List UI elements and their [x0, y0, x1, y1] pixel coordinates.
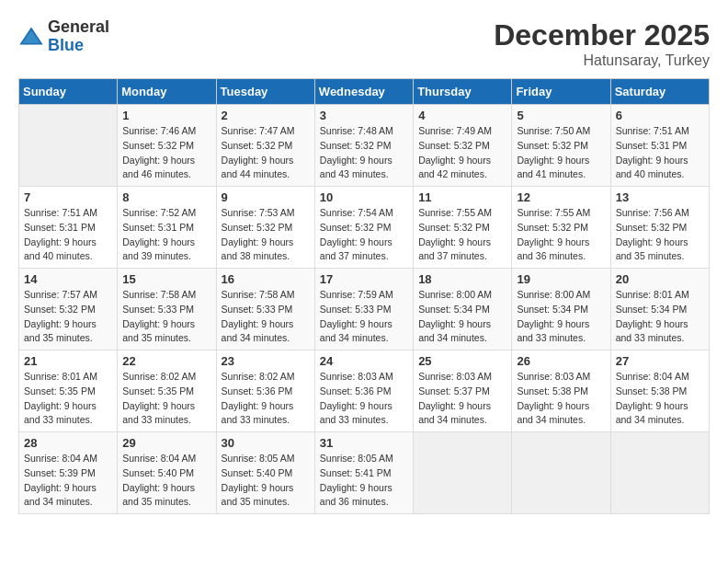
calendar-cell: 14Sunrise: 7:57 AMSunset: 5:32 PMDayligh…	[19, 269, 118, 350]
calendar-table: SundayMondayTuesdayWednesdayThursdayFrid…	[18, 78, 710, 514]
day-number: 21	[24, 354, 112, 368]
day-number: 19	[517, 272, 605, 286]
day-number: 14	[24, 272, 112, 286]
weekday-header: Tuesday	[216, 79, 314, 105]
month-title: December 2025	[494, 18, 710, 52]
calendar-cell: 1Sunrise: 7:46 AMSunset: 5:32 PMDaylight…	[118, 105, 216, 187]
day-number: 1	[122, 109, 210, 122]
calendar-cell	[19, 105, 118, 187]
day-info: Sunrise: 7:57 AMSunset: 5:32 PMDaylight:…	[24, 288, 112, 346]
day-number: 3	[320, 109, 408, 122]
day-number: 25	[418, 354, 506, 368]
day-number: 23	[222, 354, 310, 368]
weekday-header: Thursday	[414, 79, 512, 105]
day-number: 22	[122, 354, 210, 368]
day-info: Sunrise: 8:05 AMSunset: 5:41 PMDaylight:…	[320, 452, 408, 510]
day-info: Sunrise: 8:03 AMSunset: 5:37 PMDaylight:…	[418, 370, 506, 428]
day-number: 18	[418, 272, 506, 286]
day-info: Sunrise: 7:51 AMSunset: 5:31 PMDaylight:…	[24, 206, 112, 264]
weekday-header: Monday	[118, 79, 216, 105]
calendar-cell	[512, 432, 610, 514]
calendar-cell: 22Sunrise: 8:02 AMSunset: 5:35 PMDayligh…	[118, 350, 216, 432]
calendar-cell: 8Sunrise: 7:52 AMSunset: 5:31 PMDaylight…	[118, 187, 216, 269]
day-info: Sunrise: 8:01 AMSunset: 5:34 PMDaylight:…	[616, 288, 704, 346]
calendar-cell: 10Sunrise: 7:54 AMSunset: 5:32 PMDayligh…	[314, 187, 413, 269]
day-number: 2	[222, 109, 310, 122]
calendar-cell: 20Sunrise: 8:01 AMSunset: 5:34 PMDayligh…	[610, 269, 709, 350]
calendar-cell: 4Sunrise: 7:49 AMSunset: 5:32 PMDaylight…	[414, 105, 512, 187]
calendar-cell: 31Sunrise: 8:05 AMSunset: 5:41 PMDayligh…	[314, 432, 413, 514]
day-info: Sunrise: 7:53 AMSunset: 5:32 PMDaylight:…	[222, 206, 310, 264]
calendar-cell: 15Sunrise: 7:58 AMSunset: 5:33 PMDayligh…	[118, 269, 216, 350]
day-info: Sunrise: 8:02 AMSunset: 5:36 PMDaylight:…	[222, 370, 310, 428]
calendar-week-row: 14Sunrise: 7:57 AMSunset: 5:32 PMDayligh…	[19, 269, 710, 350]
calendar-cell: 3Sunrise: 7:48 AMSunset: 5:32 PMDaylight…	[314, 105, 413, 187]
day-number: 13	[616, 190, 704, 204]
day-info: Sunrise: 7:50 AMSunset: 5:32 PMDaylight:…	[517, 124, 605, 182]
calendar-cell: 9Sunrise: 7:53 AMSunset: 5:32 PMDaylight…	[216, 187, 314, 269]
calendar-week-row: 1Sunrise: 7:46 AMSunset: 5:32 PMDaylight…	[19, 105, 710, 187]
day-info: Sunrise: 8:05 AMSunset: 5:40 PMDaylight:…	[222, 452, 310, 510]
calendar-cell	[610, 432, 709, 514]
calendar-cell: 24Sunrise: 8:03 AMSunset: 5:36 PMDayligh…	[314, 350, 413, 432]
calendar-week-row: 21Sunrise: 8:01 AMSunset: 5:35 PMDayligh…	[19, 350, 710, 432]
day-info: Sunrise: 7:52 AMSunset: 5:31 PMDaylight:…	[122, 206, 210, 264]
weekday-header: Sunday	[19, 79, 118, 105]
day-info: Sunrise: 8:00 AMSunset: 5:34 PMDaylight:…	[517, 288, 605, 346]
day-number: 12	[517, 190, 605, 204]
day-info: Sunrise: 7:48 AMSunset: 5:32 PMDaylight:…	[320, 124, 408, 182]
day-number: 29	[122, 436, 210, 450]
day-info: Sunrise: 7:55 AMSunset: 5:32 PMDaylight:…	[517, 206, 605, 264]
calendar-header-row: SundayMondayTuesdayWednesdayThursdayFrid…	[19, 79, 710, 105]
calendar-cell: 17Sunrise: 7:59 AMSunset: 5:33 PMDayligh…	[314, 269, 413, 350]
calendar-cell: 13Sunrise: 7:56 AMSunset: 5:32 PMDayligh…	[610, 187, 709, 269]
day-number: 30	[222, 436, 310, 450]
day-info: Sunrise: 7:59 AMSunset: 5:33 PMDaylight:…	[320, 288, 408, 346]
day-info: Sunrise: 7:47 AMSunset: 5:32 PMDaylight:…	[222, 124, 310, 182]
day-info: Sunrise: 7:58 AMSunset: 5:33 PMDaylight:…	[222, 288, 310, 346]
calendar-cell: 6Sunrise: 7:51 AMSunset: 5:31 PMDaylight…	[610, 105, 709, 187]
calendar-cell: 19Sunrise: 8:00 AMSunset: 5:34 PMDayligh…	[512, 269, 610, 350]
day-number: 6	[616, 109, 704, 122]
day-number: 27	[616, 354, 704, 368]
day-info: Sunrise: 7:51 AMSunset: 5:31 PMDaylight:…	[616, 124, 704, 182]
day-number: 5	[517, 109, 605, 122]
calendar-cell: 29Sunrise: 8:04 AMSunset: 5:40 PMDayligh…	[118, 432, 216, 514]
day-info: Sunrise: 8:02 AMSunset: 5:35 PMDaylight:…	[122, 370, 210, 428]
day-number: 10	[320, 190, 408, 204]
day-info: Sunrise: 8:04 AMSunset: 5:39 PMDaylight:…	[24, 452, 112, 510]
day-number: 9	[222, 190, 310, 204]
calendar-cell: 28Sunrise: 8:04 AMSunset: 5:39 PMDayligh…	[19, 432, 118, 514]
calendar-cell: 21Sunrise: 8:01 AMSunset: 5:35 PMDayligh…	[19, 350, 118, 432]
calendar-cell: 23Sunrise: 8:02 AMSunset: 5:36 PMDayligh…	[216, 350, 314, 432]
day-number: 15	[122, 272, 210, 286]
day-info: Sunrise: 7:56 AMSunset: 5:32 PMDaylight:…	[616, 206, 704, 264]
logo: GeneralBlue	[18, 18, 109, 55]
day-info: Sunrise: 7:49 AMSunset: 5:32 PMDaylight:…	[418, 124, 506, 182]
calendar-cell: 27Sunrise: 8:04 AMSunset: 5:38 PMDayligh…	[610, 350, 709, 432]
day-info: Sunrise: 7:58 AMSunset: 5:33 PMDaylight:…	[122, 288, 210, 346]
day-info: Sunrise: 8:04 AMSunset: 5:38 PMDaylight:…	[616, 370, 704, 428]
calendar-cell: 25Sunrise: 8:03 AMSunset: 5:37 PMDayligh…	[414, 350, 512, 432]
calendar-cell: 2Sunrise: 7:47 AMSunset: 5:32 PMDaylight…	[216, 105, 314, 187]
logo-icon	[18, 24, 44, 50]
day-info: Sunrise: 7:46 AMSunset: 5:32 PMDaylight:…	[122, 124, 210, 182]
day-number: 26	[517, 354, 605, 368]
day-info: Sunrise: 8:03 AMSunset: 5:36 PMDaylight:…	[320, 370, 408, 428]
calendar-cell: 11Sunrise: 7:55 AMSunset: 5:32 PMDayligh…	[414, 187, 512, 269]
day-info: Sunrise: 8:01 AMSunset: 5:35 PMDaylight:…	[24, 370, 112, 428]
weekday-header: Friday	[512, 79, 610, 105]
weekday-header: Saturday	[610, 79, 709, 105]
calendar-cell: 16Sunrise: 7:58 AMSunset: 5:33 PMDayligh…	[216, 269, 314, 350]
day-number: 7	[24, 190, 112, 204]
day-number: 20	[616, 272, 704, 286]
weekday-header: Wednesday	[314, 79, 413, 105]
page-header: GeneralBlue December 2025 Hatunsaray, Tu…	[18, 18, 710, 69]
calendar-cell: 5Sunrise: 7:50 AMSunset: 5:32 PMDaylight…	[512, 105, 610, 187]
calendar-cell: 26Sunrise: 8:03 AMSunset: 5:38 PMDayligh…	[512, 350, 610, 432]
day-number: 24	[320, 354, 408, 368]
title-block: December 2025 Hatunsaray, Turkey	[494, 18, 710, 69]
day-info: Sunrise: 7:54 AMSunset: 5:32 PMDaylight:…	[320, 206, 408, 264]
day-number: 11	[418, 190, 506, 204]
calendar-cell: 7Sunrise: 7:51 AMSunset: 5:31 PMDaylight…	[19, 187, 118, 269]
